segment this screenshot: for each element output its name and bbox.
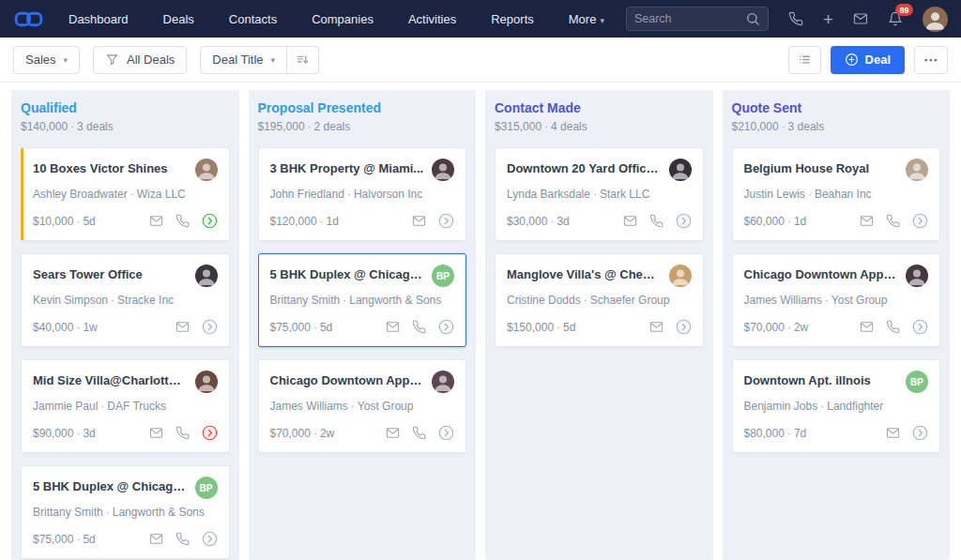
avatar[interactable]: BP: [195, 477, 218, 499]
list-view-button[interactable]: [788, 46, 821, 74]
deal-title[interactable]: Downtown Apt. illnois: [744, 371, 871, 387]
avatar[interactable]: [432, 159, 454, 181]
deal-meta: $40,000·1w: [33, 321, 98, 334]
activity-status-icon[interactable]: [202, 531, 218, 547]
nav-item-dashboard[interactable]: Dashboard: [69, 12, 129, 26]
deal-card[interactable]: Downtown 20 Yard Office... Lynda Barksda…: [495, 147, 704, 241]
pipeline-select[interactable]: Sales ▾: [13, 46, 80, 74]
avatar[interactable]: BP: [432, 265, 454, 287]
mail-icon[interactable]: [649, 320, 664, 334]
mail-icon[interactable]: [386, 320, 400, 334]
sort-field-select[interactable]: Deal Title ▾: [200, 46, 287, 74]
avatar[interactable]: [195, 159, 218, 181]
deal-card-selected[interactable]: 5 BHK Duplex @ Chicago H... BP Brittany …: [258, 253, 467, 347]
deal-card[interactable]: Mid Size Villa@Charlotte NC Jammie Paul·…: [21, 359, 230, 453]
mail-icon[interactable]: [386, 426, 400, 440]
mail-icon[interactable]: [623, 214, 637, 228]
search-input[interactable]: [634, 12, 745, 25]
activity-status-icon[interactable]: [438, 213, 454, 229]
avatar[interactable]: BP: [906, 371, 928, 393]
phone-icon[interactable]: [412, 426, 426, 440]
deal-age: 3d: [83, 427, 95, 440]
filter-button[interactable]: All Deals: [93, 46, 187, 74]
phone-icon[interactable]: [886, 214, 900, 228]
deal-card[interactable]: Manglove Villa's @ Chevy's Cristine Dodd…: [495, 253, 704, 347]
phone-icon[interactable]: [175, 426, 190, 440]
activity-status-icon[interactable]: [438, 425, 454, 441]
nav-item-companies[interactable]: Companies: [312, 12, 374, 26]
deal-card[interactable]: 10 Boxes Victor Shines Ashley Broadwater…: [21, 147, 230, 241]
mail-icon[interactable]: [149, 532, 163, 546]
search-icon[interactable]: [745, 11, 760, 26]
deal-title[interactable]: 10 Boxes Victor Shines: [33, 159, 168, 175]
mail-icon[interactable]: [149, 426, 163, 440]
column-total: $315,000: [495, 120, 542, 133]
mail-icon[interactable]: [412, 214, 426, 228]
add-deal-button[interactable]: Deal: [831, 46, 905, 74]
avatar[interactable]: [906, 159, 928, 181]
deal-title[interactable]: Chicago Downtown Appart...: [744, 265, 899, 281]
app-logo-icon[interactable]: [13, 9, 44, 29]
deal-card[interactable]: Belgium House Royal Justin Lewis·Beahan …: [732, 147, 941, 241]
deal-title[interactable]: Belgium House Royal: [744, 159, 870, 175]
ellipsis-icon: ⋯: [923, 52, 938, 68]
activity-status-icon[interactable]: [438, 319, 454, 335]
nav-item-deals[interactable]: Deals: [163, 12, 194, 26]
phone-icon[interactable]: [788, 11, 803, 26]
deal-title[interactable]: 5 BHK Duplex @ Chicago H...: [33, 477, 188, 493]
mail-icon[interactable]: [886, 426, 900, 440]
deal-card[interactable]: Chicago Downtown Appart... James William…: [258, 359, 467, 453]
mail-icon[interactable]: [860, 320, 874, 334]
phone-icon[interactable]: [649, 214, 664, 228]
kanban-board: Qualified $140,000·3 deals 10 Boxes Vict…: [0, 83, 961, 560]
deal-title[interactable]: Sears Tower Office: [33, 265, 143, 281]
deal-title[interactable]: Manglove Villa's @ Chevy's: [507, 265, 662, 281]
activity-status-icon[interactable]: [676, 213, 692, 229]
deal-card[interactable]: Sears Tower Office Kevin Simpson·Stracke…: [21, 253, 230, 347]
deal-title[interactable]: Mid Size Villa@Charlotte NC: [33, 371, 188, 387]
deal-title[interactable]: Downtown 20 Yard Office...: [507, 159, 662, 175]
global-search[interactable]: [626, 7, 769, 31]
nav-item-more[interactable]: More▾: [569, 12, 604, 26]
activity-status-icon[interactable]: [912, 425, 928, 441]
separator-dot: ·: [787, 321, 791, 334]
nav-item-contacts[interactable]: Contacts: [229, 12, 277, 26]
nav-item-reports[interactable]: Reports: [491, 12, 534, 26]
deal-title[interactable]: 5 BHK Duplex @ Chicago H...: [270, 265, 425, 281]
sort-direction-button[interactable]: [287, 46, 319, 74]
mail-icon[interactable]: [860, 214, 874, 228]
mail-icon[interactable]: [175, 320, 190, 334]
separator-dot: ·: [343, 294, 346, 307]
deal-title[interactable]: 3 BHK Property @ Miami...: [270, 159, 424, 175]
nav-item-activities[interactable]: Activities: [408, 12, 456, 26]
more-options-button[interactable]: ⋯: [914, 46, 948, 74]
notifications-bell-icon[interactable]: 89: [888, 11, 903, 26]
mail-icon[interactable]: [853, 11, 868, 26]
avatar[interactable]: [195, 371, 218, 393]
activity-status-icon[interactable]: [202, 425, 218, 441]
avatar[interactable]: [669, 265, 692, 287]
phone-icon[interactable]: [412, 320, 426, 334]
phone-icon[interactable]: [886, 320, 900, 334]
mail-icon[interactable]: [149, 214, 163, 228]
avatar[interactable]: [195, 265, 218, 287]
activity-status-icon[interactable]: [202, 319, 218, 335]
activity-status-icon[interactable]: [912, 213, 928, 229]
avatar[interactable]: [669, 159, 692, 181]
activity-status-icon[interactable]: [912, 319, 928, 335]
deal-title[interactable]: Chicago Downtown Appart...: [270, 371, 425, 387]
phone-icon[interactable]: [175, 214, 190, 228]
deal-card[interactable]: Chicago Downtown Appart... James William…: [732, 253, 941, 347]
separator-dot: ·: [782, 120, 786, 133]
deal-card[interactable]: 5 BHK Duplex @ Chicago H... BP Brittany …: [21, 465, 230, 559]
avatar[interactable]: [432, 371, 454, 393]
deal-card[interactable]: Downtown Apt. illnois BP Benjamin Jobs·L…: [732, 359, 941, 453]
avatar[interactable]: [906, 265, 928, 287]
activity-status-icon[interactable]: [676, 319, 692, 335]
activity-status-icon[interactable]: [202, 213, 218, 229]
phone-icon[interactable]: [175, 532, 190, 546]
quick-add-icon[interactable]: +: [823, 10, 833, 28]
deal-people: Brittany Smith·Langworth & Sons: [270, 294, 455, 307]
user-avatar[interactable]: [923, 7, 948, 32]
deal-card[interactable]: 3 BHK Property @ Miami... John Friedland…: [258, 147, 467, 241]
